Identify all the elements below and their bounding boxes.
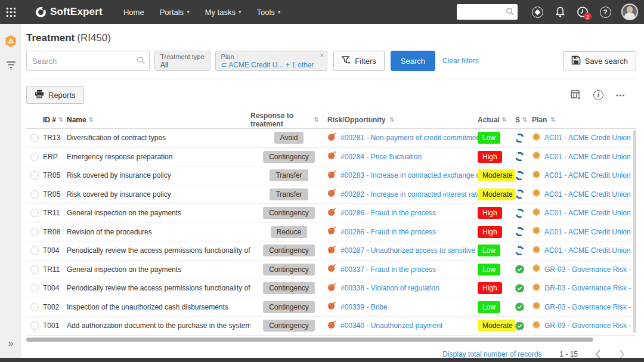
previous-page-icon[interactable] [595, 349, 602, 358]
printer-icon [35, 89, 44, 100]
risk-link[interactable]: #00282 - Increase in contracted interest… [340, 190, 478, 199]
row-id: TR05 [41, 190, 67, 199]
risk-bomb-icon [327, 301, 336, 313]
softexpert-logo[interactable]: SoftExpert [36, 6, 103, 18]
info-icon[interactable]: i [593, 90, 603, 100]
row-radio[interactable] [30, 321, 39, 330]
column-header-id[interactable]: ID #⇅ [41, 116, 67, 124]
filter-chip-plan[interactable]: × Plan ⊂ ACME Credit U... + 1 other [215, 51, 328, 71]
table-row[interactable]: T004 Periodically review the access perm… [26, 242, 636, 261]
table-row[interactable]: TR11 General inspection on the payments … [26, 204, 636, 223]
record-search-input[interactable] [26, 51, 150, 71]
chip-label: Plan [221, 53, 314, 61]
table-row[interactable]: TR05 Risk covered by insurance policy Tr… [26, 166, 636, 185]
risk-module-warning-icon[interactable] [4, 35, 17, 50]
menu-portals[interactable]: Portals▾ [160, 8, 190, 17]
row-radio[interactable] [30, 153, 39, 161]
risk-link[interactable]: #00286 - Fraud in the process [340, 228, 436, 236]
seal-check-icon [515, 265, 524, 274]
plan-link[interactable]: AC01 - ACME Credit Union [544, 209, 631, 217]
row-radio[interactable] [30, 265, 39, 274]
plan-link[interactable]: GR-03 - Governance Risk - Germa [544, 303, 636, 311]
record-search [26, 51, 150, 71]
column-header-plan[interactable]: Plan⇅ [532, 116, 636, 124]
clear-filters-link[interactable]: Clear filters [442, 51, 479, 71]
risk-bomb-icon [327, 264, 336, 275]
help-icon[interactable]: ? [594, 0, 617, 24]
reports-button[interactable]: Reports [26, 86, 84, 104]
row-id: T002 [41, 303, 67, 311]
row-radio[interactable] [30, 190, 39, 199]
next-page-icon[interactable] [618, 349, 626, 358]
notifications-bell-icon[interactable] [549, 0, 571, 24]
toolbar-divider [26, 79, 636, 79]
more-options-icon[interactable]: ⋯ [615, 89, 626, 101]
column-header-name[interactable]: Name⇅ [67, 116, 250, 124]
row-radio[interactable] [30, 134, 39, 142]
risk-link[interactable]: #00286 - Fraud in the process [340, 209, 436, 217]
risk-link[interactable]: #00339 - Bribe [340, 303, 388, 311]
column-header-response[interactable]: Response to treatment⇅ [250, 112, 327, 128]
global-search [457, 4, 518, 20]
filter-funnel-icon[interactable] [6, 61, 16, 72]
plan-link[interactable]: AC01 - ACME Credit Union [544, 246, 631, 255]
table-row[interactable]: TR05 Risk covered by insurance policy Tr… [26, 185, 636, 205]
plan-link[interactable]: AC01 - ACME Credit Union [544, 228, 631, 236]
row-radio[interactable] [30, 246, 39, 255]
display-total-link[interactable]: Display total number of records [442, 350, 541, 358]
plan-link[interactable]: GR-03 - Governance Risk - Germa [544, 265, 636, 274]
risk-link[interactable]: #00281 - Non-payment of credit commitmen… [340, 134, 478, 142]
table-settings-icon[interactable] [571, 90, 581, 100]
apps-grid-icon[interactable] [0, 0, 21, 24]
user-avatar[interactable] [621, 4, 638, 20]
row-radio[interactable] [30, 171, 39, 180]
plan-link[interactable]: GR-03 - Governance Risk - Germa [544, 284, 636, 292]
plan-link[interactable]: AC01 - ACME Credit Union [544, 153, 631, 161]
actual-badge: High [478, 207, 502, 219]
plan-link[interactable]: AC01 - ACME Credit Union [544, 190, 631, 199]
risk-link[interactable]: #00284 - Price fluctuation [340, 153, 422, 161]
search-button[interactable]: Search [391, 51, 435, 71]
risk-link[interactable]: #00283 - Increase in contracted exchange… [340, 171, 478, 180]
column-header-s[interactable]: S⇅ [515, 116, 532, 124]
risk-link[interactable]: #00337 - Fraud in the process [340, 265, 436, 274]
table-row[interactable]: TR13 Diversification of contract types A… [26, 129, 636, 148]
row-id: TR05 [41, 171, 67, 180]
vertical-scrollbar-thumb[interactable] [633, 130, 636, 333]
table-row[interactable]: TR11 General inspection on the payments … [26, 261, 636, 280]
save-search-button[interactable]: Save search [563, 51, 636, 70]
expand-sidebar-icon[interactable]: » [8, 338, 13, 349]
filters-button[interactable]: Filters [333, 51, 384, 71]
row-radio[interactable] [30, 228, 39, 236]
plan-link[interactable]: GR-03 - Governance Risk - Germa [544, 321, 636, 330]
table-row[interactable]: TR08 Revision of the procedures Reduce #… [26, 223, 636, 242]
pending-tasks-clock-icon[interactable]: 2 [571, 0, 594, 24]
horizontal-scrollbar-thumb[interactable] [26, 338, 593, 342]
actual-badge: Moderate [478, 169, 515, 181]
table-row[interactable]: T001 Add authorization document to the p… [26, 317, 636, 336]
column-header-actual[interactable]: Actual⇅ [478, 116, 515, 124]
response-chip: Contingency [263, 245, 315, 256]
table-row[interactable]: ERP Emergency response preparation Conti… [26, 148, 636, 167]
row-radio[interactable] [30, 284, 39, 292]
close-icon[interactable]: × [320, 52, 324, 59]
row-name: Emergency response preparation [67, 153, 250, 161]
horizontal-scrollbar [26, 338, 636, 342]
table-row[interactable]: T004 Periodically review the access perm… [26, 279, 636, 298]
plan-link[interactable]: AC01 - ACME Credit Union [544, 171, 631, 180]
menu-home[interactable]: Home [123, 8, 144, 17]
row-radio[interactable] [30, 303, 39, 311]
explore-icon[interactable] [526, 0, 549, 24]
plan-link[interactable]: AC01 - ACME Credit Union [544, 134, 631, 142]
row-name: Risk covered by insurance policy [67, 190, 250, 199]
row-radio[interactable] [30, 209, 39, 217]
risk-link[interactable]: #00338 - Violation of regulation [340, 284, 439, 292]
column-header-risk[interactable]: Risk/Opportunity⇅ [327, 116, 478, 124]
menu-tools[interactable]: Tools▾ [256, 8, 280, 17]
filters-label: Filters [355, 57, 376, 66]
risk-link[interactable]: #00340 - Unauthorized payment [340, 321, 442, 330]
table-row[interactable]: T002 Inspection of the unauthorized cash… [26, 298, 636, 317]
filter-chip-treatment-type[interactable]: Treatment type All [154, 51, 210, 71]
risk-link[interactable]: #00287 - Unauthorized access to sensitiv… [340, 246, 478, 255]
menu-my-tasks[interactable]: My tasks▾ [205, 8, 242, 17]
